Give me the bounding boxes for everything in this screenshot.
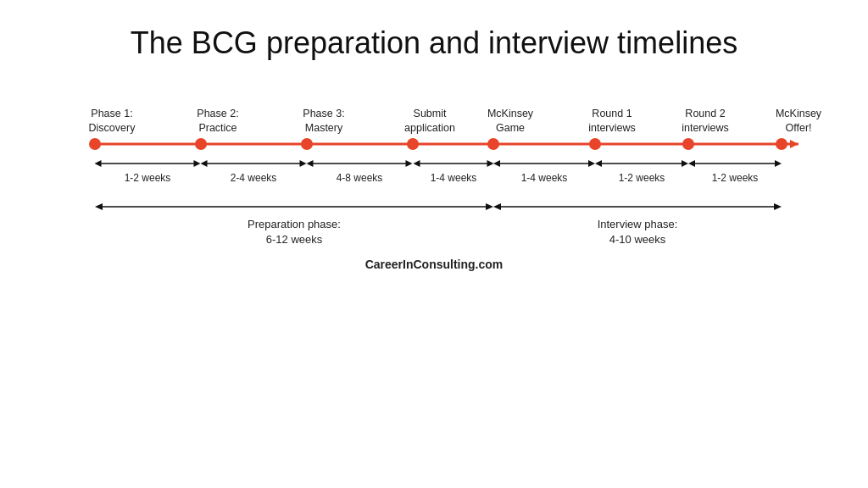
svg-marker-24 <box>95 203 103 210</box>
timeline-label-p4: Submitapplication <box>404 107 455 136</box>
timeline-label-p3: Phase 3:Mastery <box>303 107 344 136</box>
svg-marker-12 <box>414 160 420 167</box>
timeline-dot-p7 <box>682 138 694 150</box>
svg-marker-3 <box>95 160 102 167</box>
duration-item-3: 1-4 weeks <box>414 158 494 184</box>
timeline-dot-p3 <box>301 138 313 150</box>
phase-label-0: Preparation phase:6-12 weeks <box>95 217 493 247</box>
svg-marker-6 <box>201 160 208 167</box>
duration-label-1: 2-4 weeks <box>231 172 277 184</box>
duration-item-2: 4-8 weeks <box>307 158 413 184</box>
timeline-dot-p5 <box>487 138 499 150</box>
timeline-dot-p1 <box>89 138 101 150</box>
svg-marker-27 <box>493 203 501 210</box>
timeline-label-p5: McKinseyGame <box>487 107 533 136</box>
svg-marker-9 <box>307 160 314 167</box>
phase-bracket-0: Preparation phase:6-12 weeks <box>95 201 493 247</box>
svg-marker-10 <box>406 160 413 167</box>
duration-label-5: 1-2 weeks <box>619 172 665 184</box>
phase-bracket-1: Interview phase:4-10 weeks <box>493 201 782 247</box>
duration-label-0: 1-2 weeks <box>125 172 171 184</box>
phase-row: Preparation phase:6-12 weeksInterview ph… <box>44 194 807 249</box>
duration-label-6: 1-2 weeks <box>712 172 759 184</box>
phase-label-1: Interview phase:4-10 weeks <box>493 217 782 247</box>
timeline-dot-p8 <box>776 138 787 150</box>
duration-row: 1-2 weeks2-4 weeks4-8 weeks1-4 weeks1-4 … <box>44 154 807 190</box>
svg-marker-21 <box>688 160 695 167</box>
duration-label-2: 4-8 weeks <box>337 172 383 184</box>
svg-marker-15 <box>493 160 500 167</box>
duration-item-4: 1-4 weeks <box>493 158 595 184</box>
svg-marker-7 <box>300 160 307 167</box>
svg-marker-28 <box>774 203 782 210</box>
svg-marker-16 <box>588 160 595 167</box>
svg-marker-4 <box>194 160 201 167</box>
svg-marker-1 <box>790 140 798 148</box>
svg-marker-18 <box>595 160 602 167</box>
timeline-line <box>44 136 824 152</box>
page-title: The BCG preparation and interview timeli… <box>131 25 737 61</box>
duration-item-5: 1-2 weeks <box>595 158 688 184</box>
svg-marker-19 <box>682 160 688 167</box>
timeline-dot-p6 <box>589 138 601 150</box>
timeline-dot-p2 <box>195 138 207 150</box>
duration-label-4: 1-4 weeks <box>521 172 568 184</box>
svg-marker-25 <box>486 203 493 210</box>
timeline-container: Phase 1:DiscoveryPhase 2:PracticePhase 3… <box>44 86 824 249</box>
timeline-label-p6: Round 1interviews <box>588 107 636 136</box>
timeline-label-p2: Phase 2:Practice <box>197 107 238 136</box>
duration-item-1: 2-4 weeks <box>201 158 307 184</box>
timeline-label-p1: Phase 1:Discovery <box>89 107 136 136</box>
duration-label-3: 1-4 weeks <box>431 172 477 184</box>
timeline-dot-p4 <box>407 138 419 150</box>
labels-row: Phase 1:DiscoveryPhase 2:PracticePhase 3… <box>61 86 824 136</box>
duration-item-6: 1-2 weeks <box>688 158 782 184</box>
duration-item-0: 1-2 weeks <box>95 158 201 184</box>
timeline-label-p7: Round 2interviews <box>682 107 729 136</box>
footer: CareerInConsulting.com <box>365 258 504 271</box>
timeline-label-p8: McKinseyOffer! <box>776 107 821 136</box>
svg-marker-22 <box>775 160 782 167</box>
